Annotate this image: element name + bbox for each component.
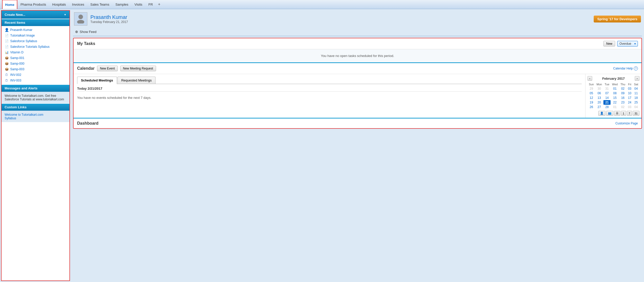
list-item[interactable]: 📄 Salesforce Tutorials Syllabus [2,44,69,50]
spring-badge[interactable]: Spring '17 for Developers [594,16,641,22]
cal-day[interactable]: 25 [633,100,639,105]
list-item[interactable]: 👤 Prasanth Kumar [2,27,69,33]
messages-alerts-header: Messages and Alerts [2,85,69,92]
new-event-button[interactable]: New Event [97,66,117,71]
show-feed-button[interactable]: ⊕ Show Feed [73,29,99,35]
nav-add-tab[interactable]: + [156,1,162,8]
recent-item-label: INV-003 [10,79,21,82]
box-icon: 📦 [5,62,9,66]
calendar-header-left: Calendar New Event New Meeting Request [77,66,156,71]
nav-samples[interactable]: Samples [112,0,132,9]
cal-day[interactable]: 10 [627,91,633,96]
cal-day[interactable]: 08 [611,91,619,96]
tab-scheduled-meetings[interactable]: Scheduled Meetings [77,77,117,84]
cal-day[interactable]: 23 [619,100,627,105]
cal-day[interactable]: 05 [588,91,595,96]
cal-day[interactable]: 17 [627,96,633,100]
show-feed-label: Show Feed [80,30,97,34]
cal-day[interactable]: 24 [627,100,633,105]
person-icon: 👤 [5,28,9,32]
cal-day[interactable]: 02 [619,86,627,91]
cal-day[interactable]: 03 [627,86,633,91]
day-of-week-wed: Wed [611,82,619,86]
chart-icon: 📊 [5,50,9,54]
svg-point-0 [78,15,83,19]
nav-fr[interactable]: FR [145,0,156,9]
create-new-button[interactable]: Create New... ▼ [2,11,69,19]
profile-left: Prasanth Kumar Tuesday February 21, 2017 [74,12,128,26]
task-filter-select[interactable]: Overdue [617,41,638,46]
list-item[interactable]: 🗒 INV-003 [2,78,69,83]
new-meeting-request-button[interactable]: New Meeting Request [120,66,156,71]
nav-hospitals[interactable]: Hospitals [49,0,69,9]
profile-name[interactable]: Prasanth Kumar [90,14,128,20]
calendar-help-link[interactable]: Calendar Help ? [613,66,638,70]
nav-home[interactable]: Home [2,0,17,9]
list-item[interactable]: 📄 Tutorialkart Image [2,33,69,38]
list-item[interactable]: 📄 Salesforce Syllabus [2,38,69,44]
custom-links-content: Welcome to Tutorialkart.com Syllabus [2,111,69,122]
custom-links-header: Custom Links [2,104,69,111]
nav-pharma[interactable]: Pharma Products [17,0,49,9]
cal-day[interactable]: 13 [595,96,603,100]
mini-cal-prev-button[interactable]: ‹ [588,76,592,81]
cal-day[interactable]: 09 [619,91,627,96]
new-task-button[interactable]: New [603,41,615,46]
calendar-tabs: Scheduled Meetings Requested Meetings [77,77,582,84]
avatar [74,12,87,26]
list-item[interactable]: 📦 Samp-001 [2,55,69,61]
cal-view-list-button[interactable]: ☰ [614,111,620,116]
recent-item-label: Samp-000 [10,62,24,65]
top-nav: Home Pharma Products Hospitals Invoices … [0,0,644,9]
tasks-title: My Tasks [77,41,95,46]
cal-day[interactable]: 27 [595,105,603,109]
main-layout: Create New... ▼ Recent Items 👤 Prasanth … [0,9,644,282]
recent-item-label: Vitamin D [10,51,23,54]
recent-items-label: Recent Items [5,21,25,25]
cal-day: 29 [588,86,595,91]
mini-cal-next-button[interactable]: › [635,76,639,81]
invoice-icon: 🗒 [5,78,9,83]
nav-visits[interactable]: Visits [132,0,146,9]
cal-day[interactable]: 01 [611,86,619,91]
cal-day[interactable]: 12 [588,96,595,100]
cal-day: 02 [619,105,627,109]
cal-day[interactable]: 20 [595,100,603,105]
list-item[interactable]: 📦 Samp-000 [2,61,69,66]
cal-day[interactable]: 14 [603,96,611,100]
cal-day: 04 [633,105,639,109]
cal-view-month-button[interactable]: 31 [633,111,639,116]
custom-link-tutorialkart[interactable]: Welcome to Tutorialkart.com [5,113,66,116]
document-icon: 📄 [5,33,9,38]
cal-day[interactable]: 16 [619,96,627,100]
cal-day[interactable]: 26 [588,105,595,109]
recent-item-label: Salesforce Tutorials Syllabus [10,45,50,49]
cal-view-group-button[interactable]: 👥 [606,111,613,116]
cal-view-day-button[interactable]: 1 [621,111,626,116]
cal-day[interactable]: 04 [633,86,639,91]
mini-calendar: ‹ February 2017 › Sun Mon Tue Wed [585,74,641,118]
cal-day[interactable]: 18 [633,96,639,100]
cal-day[interactable]: 07 [603,91,611,96]
list-item[interactable]: 🗒 INV-002 [2,72,69,78]
tab-requested-meetings[interactable]: Requested Meetings [117,77,156,84]
recent-items-list: 👤 Prasanth Kumar 📄 Tutorialkart Image 📄 … [2,26,69,84]
cal-view-person-button[interactable]: 👤 [598,111,605,116]
profile-date: Tuesday February 21, 2017 [90,20,128,24]
list-item[interactable]: 📊 Vitamin D [2,50,69,55]
nav-invoices[interactable]: Invoices [69,0,87,9]
cal-view-week-button[interactable]: 7 [627,111,632,116]
cal-day[interactable]: 06 [595,91,603,96]
cal-day[interactable]: 15 [611,96,619,100]
day-of-week-mon: Mon [595,82,603,86]
cal-day[interactable]: 28 [603,105,611,109]
cal-day[interactable]: 11 [633,91,639,96]
custom-link-syllabus[interactable]: Syllabus [5,116,66,120]
cal-day[interactable]: 22 [611,100,619,105]
cal-day-today[interactable]: 21 [603,100,611,105]
day-of-week-tue: Tue [603,82,611,86]
nav-sales-teams[interactable]: Sales Teams [87,0,112,9]
customize-page-link[interactable]: Customize Page [615,122,638,125]
cal-day[interactable]: 19 [588,100,595,105]
list-item[interactable]: 📦 Samp-003 [2,66,69,72]
